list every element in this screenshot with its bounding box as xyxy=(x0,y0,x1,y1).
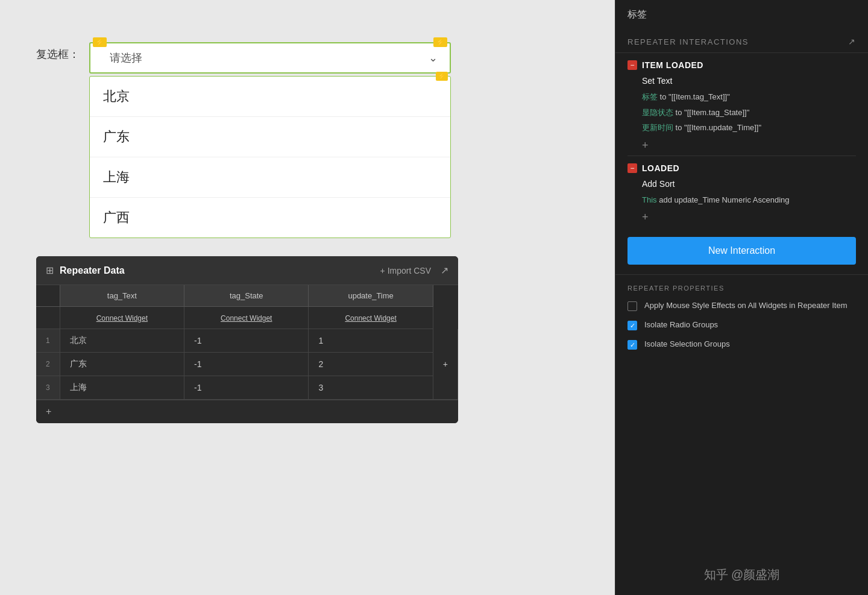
repeater-header: ⊞ Repeater Data + Import CSV ↗ xyxy=(36,256,458,285)
dropdown-list: ⚡ 北京 广东 上海 广西 xyxy=(89,76,451,238)
event-header-item-loaded: − ITEM LOADED xyxy=(627,53,856,74)
row-3-update-time[interactable]: 3 xyxy=(309,376,433,400)
detail-visibility: 显隐状态 to "[[Item.tag_State]]" xyxy=(627,105,856,121)
lightning-badge-right: ⚡ xyxy=(433,37,447,47)
action-add-sort: Add Sort xyxy=(627,177,856,192)
row-1-tag-text[interactable]: 北京 xyxy=(60,329,184,353)
row-num-1: 1 xyxy=(36,329,60,353)
event-name-item-loaded: ITEM LOADED xyxy=(642,60,703,70)
connect-widget-row: Connect Widget Connect Widget Connect Wi… xyxy=(36,307,458,329)
event-name-loaded: LOADED xyxy=(642,163,679,173)
connect-tag-text[interactable]: Connect Widget xyxy=(60,307,184,329)
import-csv-button[interactable]: + Import CSV xyxy=(380,266,431,275)
row-2-update-time[interactable]: 2 xyxy=(309,353,433,376)
add-row-side[interactable]: + xyxy=(433,329,458,400)
section-title-interactions: REPEATER INTERACTIONS ↗ xyxy=(615,26,868,53)
table-header-row: tag_Text tag_State update_Time xyxy=(36,285,458,307)
dropdown-placeholder: 请选择 xyxy=(110,51,142,65)
action-set-text: Set Text xyxy=(627,74,856,89)
row-num-3: 3 xyxy=(36,376,60,400)
checkbox-label: 复选框： xyxy=(36,47,80,61)
table-row: 2 广东 -1 2 xyxy=(36,353,458,376)
add-row-button[interactable]: + xyxy=(36,400,458,423)
dropdown-item-guangdong[interactable]: 广东 xyxy=(90,117,450,157)
property-label-radio-groups: Isolate Radio Groups xyxy=(644,320,718,330)
repeater-title-group: ⊞ Repeater Data xyxy=(46,265,125,276)
property-label-mouse-style: Apply Mouse Style Effects on All Widgets… xyxy=(644,300,847,311)
new-interaction-button[interactable]: New Interaction xyxy=(627,237,856,265)
repeater-table-container: ⊞ Repeater Data + Import CSV ↗ tag_Text … xyxy=(36,256,458,423)
row-1-update-time[interactable]: 1 xyxy=(309,329,433,353)
expand-button[interactable]: ↗ xyxy=(441,265,448,276)
dropdown-item-guangxi[interactable]: 广西 xyxy=(90,198,450,238)
dropdown-header[interactable]: ⚡ 请选择 ⚡ ⌄ xyxy=(89,42,451,74)
col-header-tag-state: tag_State xyxy=(184,285,309,307)
event-header-loaded: − LOADED xyxy=(627,156,856,177)
detail-update-time: 更新时间 to "[[Item.update_Time]]" xyxy=(627,120,856,136)
chevron-down-icon: ⌄ xyxy=(429,51,438,65)
add-action-item-loaded[interactable]: + xyxy=(627,136,856,156)
row-2-tag-text[interactable]: 广东 xyxy=(60,353,184,376)
checkbox-radio-groups[interactable] xyxy=(627,321,637,330)
property-row-mouse-style: Apply Mouse Style Effects on All Widgets… xyxy=(627,300,856,311)
row-2-tag-state[interactable]: -1 xyxy=(184,353,309,376)
connect-extra xyxy=(433,307,458,329)
repeater-title: Repeater Data xyxy=(60,265,125,276)
row-num-header xyxy=(36,285,60,307)
panel-top-label: 标签 xyxy=(615,0,868,26)
lightning-badge-left: ⚡ xyxy=(93,37,107,47)
row-num-2: 2 xyxy=(36,353,60,376)
property-row-selection-groups: Isolate Selection Groups xyxy=(627,339,856,350)
data-table: tag_Text tag_State update_Time Connect W… xyxy=(36,285,458,400)
lightning-badge-list: ⚡ xyxy=(436,72,448,81)
row-3-tag-text[interactable]: 上海 xyxy=(60,376,184,400)
properties-title: REPEATER PROPERTIES xyxy=(627,285,856,292)
detail-sort: This add update_Time Numeric Ascending xyxy=(627,192,856,208)
add-action-loaded[interactable]: + xyxy=(627,207,856,227)
dropdown-item-beijing[interactable]: 北京 xyxy=(90,77,450,117)
interaction-block-loaded: − LOADED Add Sort This add update_Time N… xyxy=(615,156,868,228)
table-row: 3 上海 -1 3 xyxy=(36,376,458,400)
table-row: 1 北京 -1 1 + xyxy=(36,329,458,353)
canvas-area: 复选框： ⚡ 请选择 ⚡ ⌄ ⚡ 北京 广东 上海 广西 ⊞ Repea xyxy=(0,0,615,595)
watermark: 知乎 @颜盛潮 xyxy=(615,555,868,595)
connect-update-time[interactable]: Connect Widget xyxy=(309,307,433,329)
add-col-header xyxy=(433,285,458,307)
external-link-icon[interactable]: ↗ xyxy=(848,37,857,46)
table-icon: ⊞ xyxy=(46,265,54,276)
row-1-tag-state[interactable]: -1 xyxy=(184,329,309,353)
col-header-tag-text: tag_Text xyxy=(60,285,184,307)
col-header-update-time: update_Time xyxy=(309,285,433,307)
properties-section: REPEATER PROPERTIES Apply Mouse Style Ef… xyxy=(615,274,868,368)
connect-empty-cell xyxy=(36,307,60,329)
interaction-block-item-loaded: − ITEM LOADED Set Text 标签 to "[[Item.tag… xyxy=(615,53,868,156)
row-3-tag-state[interactable]: -1 xyxy=(184,376,309,400)
dropdown-item-shanghai[interactable]: 上海 xyxy=(90,157,450,198)
dropdown-widget: ⚡ 请选择 ⚡ ⌄ ⚡ 北京 广东 上海 广西 xyxy=(89,42,451,238)
collapse-item-loaded-button[interactable]: − xyxy=(627,60,637,70)
checkbox-row: 复选框： ⚡ 请选择 ⚡ ⌄ ⚡ 北京 广东 上海 广西 xyxy=(36,42,579,238)
repeater-actions: + Import CSV ↗ xyxy=(380,265,448,276)
property-label-selection-groups: Isolate Selection Groups xyxy=(644,339,730,350)
property-row-radio-groups: Isolate Radio Groups xyxy=(627,320,856,330)
right-panel: 标签 REPEATER INTERACTIONS ↗ − ITEM LOADED… xyxy=(615,0,868,595)
detail-tag: 标签 to "[[Item.tag_Text]]" xyxy=(627,89,856,105)
collapse-loaded-button[interactable]: − xyxy=(627,163,637,173)
checkbox-mouse-style[interactable] xyxy=(627,301,637,311)
connect-tag-state[interactable]: Connect Widget xyxy=(184,307,309,329)
checkbox-selection-groups[interactable] xyxy=(627,340,637,350)
